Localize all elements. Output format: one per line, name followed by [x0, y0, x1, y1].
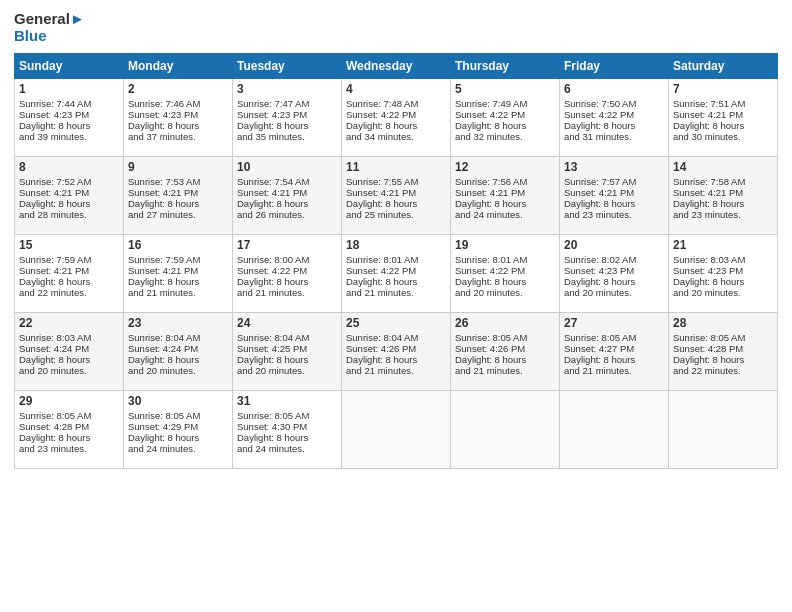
calendar-day-cell: 7Sunrise: 7:51 AMSunset: 4:21 PMDaylight… [669, 78, 778, 156]
day-info-line: Daylight: 8 hours [564, 198, 664, 209]
day-info-line: Daylight: 8 hours [673, 120, 773, 131]
day-info-line: Sunset: 4:27 PM [564, 343, 664, 354]
day-number: 9 [128, 160, 228, 174]
day-number: 1 [19, 82, 119, 96]
day-info-line: and 23 minutes. [564, 209, 664, 220]
day-info-line: and 20 minutes. [455, 287, 555, 298]
calendar-table: SundayMondayTuesdayWednesdayThursdayFrid… [14, 53, 778, 469]
day-info-line: Sunrise: 7:51 AM [673, 98, 773, 109]
day-info-line: and 21 minutes. [128, 287, 228, 298]
day-number: 6 [564, 82, 664, 96]
day-info-line: Sunrise: 7:47 AM [237, 98, 337, 109]
day-info-line: Sunrise: 7:44 AM [19, 98, 119, 109]
day-info-line: Sunrise: 8:04 AM [346, 332, 446, 343]
day-info-line: Sunrise: 8:04 AM [237, 332, 337, 343]
day-info-line: Sunset: 4:23 PM [564, 265, 664, 276]
day-number: 27 [564, 316, 664, 330]
day-info-line: Daylight: 8 hours [128, 354, 228, 365]
day-info-line: Daylight: 8 hours [19, 276, 119, 287]
day-info-line: Daylight: 8 hours [237, 432, 337, 443]
day-info-line: Sunrise: 7:57 AM [564, 176, 664, 187]
calendar-week-row: 1Sunrise: 7:44 AMSunset: 4:23 PMDaylight… [15, 78, 778, 156]
day-info-line: and 20 minutes. [19, 365, 119, 376]
calendar-day-cell: 2Sunrise: 7:46 AMSunset: 4:23 PMDaylight… [124, 78, 233, 156]
day-info-line: and 39 minutes. [19, 131, 119, 142]
day-number: 4 [346, 82, 446, 96]
logo: General► Blue [14, 10, 85, 45]
day-number: 22 [19, 316, 119, 330]
day-info-line: Sunrise: 8:01 AM [455, 254, 555, 265]
day-number: 5 [455, 82, 555, 96]
day-info-line: Sunrise: 8:00 AM [237, 254, 337, 265]
day-info-line: Sunrise: 7:50 AM [564, 98, 664, 109]
day-info-line: Sunrise: 8:05 AM [564, 332, 664, 343]
calendar-day-cell: 15Sunrise: 7:59 AMSunset: 4:21 PMDayligh… [15, 234, 124, 312]
day-info-line: and 24 minutes. [237, 443, 337, 454]
calendar-day-cell: 14Sunrise: 7:58 AMSunset: 4:21 PMDayligh… [669, 156, 778, 234]
calendar-day-cell: 6Sunrise: 7:50 AMSunset: 4:22 PMDaylight… [560, 78, 669, 156]
day-info-line: Sunrise: 8:05 AM [19, 410, 119, 421]
calendar-day-cell: 13Sunrise: 7:57 AMSunset: 4:21 PMDayligh… [560, 156, 669, 234]
day-info-line: Sunrise: 8:05 AM [673, 332, 773, 343]
day-info-line: Sunrise: 8:03 AM [673, 254, 773, 265]
day-number: 29 [19, 394, 119, 408]
day-info-line: Sunset: 4:26 PM [346, 343, 446, 354]
calendar-header-row: SundayMondayTuesdayWednesdayThursdayFrid… [15, 53, 778, 78]
calendar-day-cell: 22Sunrise: 8:03 AMSunset: 4:24 PMDayligh… [15, 312, 124, 390]
day-info-line: and 24 minutes. [455, 209, 555, 220]
day-info-line: Sunrise: 8:02 AM [564, 254, 664, 265]
day-info-line: Sunset: 4:22 PM [455, 265, 555, 276]
calendar-day-cell [451, 390, 560, 468]
day-info-line: Daylight: 8 hours [346, 198, 446, 209]
day-number: 23 [128, 316, 228, 330]
day-info-line: and 25 minutes. [346, 209, 446, 220]
day-info-line: Sunrise: 8:05 AM [455, 332, 555, 343]
day-info-line: and 21 minutes. [237, 287, 337, 298]
calendar-day-cell: 28Sunrise: 8:05 AMSunset: 4:28 PMDayligh… [669, 312, 778, 390]
calendar-day-header: Friday [560, 53, 669, 78]
day-info-line: and 35 minutes. [237, 131, 337, 142]
day-info-line: Sunset: 4:25 PM [237, 343, 337, 354]
day-number: 16 [128, 238, 228, 252]
day-info-line: and 31 minutes. [564, 131, 664, 142]
day-info-line: Sunset: 4:21 PM [346, 187, 446, 198]
calendar-day-header: Thursday [451, 53, 560, 78]
day-info-line: Sunset: 4:21 PM [19, 265, 119, 276]
day-info-line: Sunset: 4:24 PM [19, 343, 119, 354]
day-info-line: Daylight: 8 hours [673, 354, 773, 365]
day-info-line: Sunset: 4:22 PM [346, 265, 446, 276]
day-info-line: Sunset: 4:21 PM [564, 187, 664, 198]
calendar-day-cell: 25Sunrise: 8:04 AMSunset: 4:26 PMDayligh… [342, 312, 451, 390]
calendar-day-cell: 21Sunrise: 8:03 AMSunset: 4:23 PMDayligh… [669, 234, 778, 312]
day-number: 14 [673, 160, 773, 174]
page-container: General► Blue SundayMondayTuesdayWednesd… [0, 0, 792, 479]
day-info-line: Sunset: 4:21 PM [128, 265, 228, 276]
day-info-line: Daylight: 8 hours [19, 354, 119, 365]
day-info-line: Sunset: 4:23 PM [19, 109, 119, 120]
calendar-day-cell: 1Sunrise: 7:44 AMSunset: 4:23 PMDaylight… [15, 78, 124, 156]
day-info-line: Sunrise: 8:03 AM [19, 332, 119, 343]
day-info-line: Daylight: 8 hours [128, 432, 228, 443]
calendar-day-cell: 31Sunrise: 8:05 AMSunset: 4:30 PMDayligh… [233, 390, 342, 468]
logo-text: General► Blue [14, 10, 85, 45]
day-info-line: and 21 minutes. [564, 365, 664, 376]
day-info-line: Sunset: 4:22 PM [455, 109, 555, 120]
day-info-line: and 30 minutes. [673, 131, 773, 142]
day-info-line: and 21 minutes. [346, 365, 446, 376]
calendar-week-row: 29Sunrise: 8:05 AMSunset: 4:28 PMDayligh… [15, 390, 778, 468]
calendar-day-cell: 17Sunrise: 8:00 AMSunset: 4:22 PMDayligh… [233, 234, 342, 312]
day-info-line: Sunrise: 8:05 AM [237, 410, 337, 421]
day-info-line: Sunrise: 7:55 AM [346, 176, 446, 187]
calendar-day-cell [342, 390, 451, 468]
day-info-line: Daylight: 8 hours [455, 198, 555, 209]
day-info-line: Sunset: 4:23 PM [237, 109, 337, 120]
calendar-day-cell: 8Sunrise: 7:52 AMSunset: 4:21 PMDaylight… [15, 156, 124, 234]
day-info-line: Daylight: 8 hours [19, 120, 119, 131]
day-info-line: and 22 minutes. [19, 287, 119, 298]
day-info-line: Daylight: 8 hours [19, 198, 119, 209]
day-info-line: and 21 minutes. [346, 287, 446, 298]
day-info-line: and 21 minutes. [455, 365, 555, 376]
day-info-line: Sunrise: 7:48 AM [346, 98, 446, 109]
day-info-line: Sunrise: 8:05 AM [128, 410, 228, 421]
day-number: 19 [455, 238, 555, 252]
